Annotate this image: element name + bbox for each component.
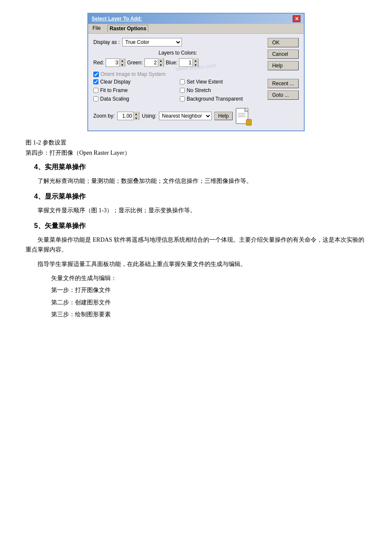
red-down[interactable]: ▼ (119, 63, 125, 67)
zoom-help-button[interactable]: Help (214, 112, 233, 120)
dialog-main: Display as : True Color Grayscale Pseudo… (93, 38, 299, 126)
background-transparent-row: Background Transparent (180, 96, 262, 102)
green-spinbox[interactable]: 2 ▲ ▼ (144, 58, 164, 67)
para-vector1: 矢量菜单操作功能是 ERDAS 软件将遥感与地理信息系统相结合的一个体现。主要介… (26, 235, 366, 255)
no-stretch-row: No Stretch (180, 87, 262, 93)
help-button[interactable]: Help (268, 61, 299, 70)
svg-rect-2 (246, 119, 251, 125)
dialog-menubar: File Raster Options (88, 24, 304, 34)
green-up[interactable]: ▲ (158, 58, 164, 63)
display-as-select[interactable]: True Color Grayscale Pseudo Color (122, 38, 182, 46)
dialog-wrapper: Select Layer To Add: ✕ File Raster Optio… (26, 13, 366, 131)
zoom-spinbox[interactable]: 1.00 ▲ ▼ (117, 112, 139, 120)
red-label: Red: (93, 60, 104, 66)
goto-button[interactable]: Goto ... (268, 90, 299, 100)
zoom-input[interactable]: 1.00 (118, 112, 133, 120)
zoom-method-select[interactable]: Nearest Neighbor Bilinear Cubic Convolut… (159, 112, 212, 120)
file-icon (235, 107, 252, 126)
blue-arrows: ▲ ▼ (192, 58, 198, 67)
green-label: Green: (127, 60, 143, 66)
recent-button[interactable]: Recent ... (268, 79, 299, 88)
para-util: 了解光标查询功能；量测功能；数据叠加功能；文件信息操作；三维图像操作等。 (26, 176, 366, 186)
para-vector2: 指导学生掌握适量工具面板功能，在此基础上重点掌握矢量文件的生成与编辑。 (26, 259, 366, 269)
green-down[interactable]: ▼ (158, 63, 164, 67)
dialog-body: Display as : True Color Grayscale Pseudo… (88, 34, 304, 130)
orient-label: Orient Image to Map System (101, 71, 166, 77)
clear-display-checkbox[interactable] (93, 79, 98, 84)
fit-to-frame-row: Fit to Frame (93, 87, 176, 93)
display-as-row: Display as : True Color Grayscale Pseudo… (93, 38, 262, 46)
set-view-extent-row: Set View Extent (180, 79, 262, 85)
section5-vector-heading: 5、矢量菜单操作 (34, 222, 366, 231)
section4-util-heading: 4、实用菜单操作 (34, 163, 366, 172)
para-display: 掌握文件显示顺序（图 1-3）；显示比例；显示变换操作等。 (26, 205, 366, 216)
zoom-down[interactable]: ▼ (133, 116, 139, 120)
red-spinbox[interactable]: 3 ▲ ▼ (106, 58, 125, 67)
set-view-extent-label: Set View Extent (187, 79, 223, 85)
blue-up[interactable]: ▲ (193, 58, 198, 63)
blue-spinbox[interactable]: 1 ▲ ▼ (179, 58, 199, 67)
cancel-button[interactable]: Cancel (268, 49, 299, 59)
set-view-extent-checkbox[interactable] (180, 79, 185, 84)
zoom-row: Zoom by: 1.00 ▲ ▼ Using: Nearest Neighbo… (93, 106, 262, 126)
vector-step-2: 第二步：创建图形文件 (51, 298, 366, 307)
dialog-title: Select Layer To Add: (92, 16, 142, 22)
dialog-right-buttons: OK Cancel Help Recent ... Goto ... (268, 38, 299, 126)
clear-display-label: Clear Display (100, 79, 130, 85)
fit-to-frame-checkbox[interactable] (93, 88, 98, 93)
close-button[interactable]: ✕ (293, 15, 300, 22)
data-scaling-row: Data Scaling (93, 96, 176, 102)
layers-to-colors-label: Layers to Colors: (93, 50, 262, 56)
red-arrows: ▲ ▼ (119, 58, 125, 67)
red-up[interactable]: ▲ (119, 58, 125, 63)
fit-to-frame-label: Fit to Frame (100, 87, 128, 93)
step4-text: 第四步：打开图像（Open Raster Layer） (26, 149, 366, 157)
dialog-titlebar: Select Layer To Add: ✕ (88, 14, 304, 24)
vector-step-3: 第三步：绘制图形要素 (51, 310, 366, 319)
background-transparent-checkbox[interactable] (180, 96, 185, 101)
orient-checkbox[interactable] (93, 72, 99, 77)
zoom-arrows: ▲ ▼ (133, 112, 139, 120)
dialog-left: Display as : True Color Grayscale Pseudo… (93, 38, 262, 126)
green-input[interactable]: 2 (145, 59, 158, 66)
select-layer-dialog: Select Layer To Add: ✕ File Raster Optio… (87, 13, 305, 131)
using-label: Using: (142, 113, 156, 119)
vector-list-header: 矢量文件的生成与编辑： (51, 274, 366, 283)
no-stretch-label: No Stretch (187, 87, 211, 93)
data-scaling-checkbox[interactable] (93, 96, 98, 101)
blue-down[interactable]: ▼ (193, 63, 198, 67)
section4-display-heading: 4、显示菜单操作 (34, 192, 366, 201)
no-stretch-checkbox[interactable] (180, 88, 185, 93)
zoom-label: Zoom by: (93, 113, 115, 119)
blue-label: Blue: (166, 60, 177, 66)
red-input[interactable]: 3 (106, 59, 119, 66)
menu-file[interactable]: File (91, 25, 102, 32)
data-scaling-label: Data Scaling (100, 96, 129, 102)
background-transparent-label: Background Transparent (187, 96, 242, 102)
clear-display-row: Clear Display (93, 79, 176, 85)
channel-row: Red: 3 ▲ ▼ Green: 2 ▲ (93, 58, 262, 67)
display-as-label: Display as : (93, 39, 120, 45)
vector-step-1: 第一步：打开图像文件 (51, 286, 366, 295)
orient-row: Orient Image to Map System (93, 71, 262, 77)
menu-raster-options[interactable]: Raster Options (107, 25, 148, 32)
ok-button[interactable]: OK (268, 38, 299, 47)
figure-caption: 图 1-2 参数设置 (26, 139, 366, 147)
blue-input[interactable]: 1 (179, 59, 192, 66)
green-arrows: ▲ ▼ (158, 58, 164, 67)
checkboxes-grid: Clear Display Set View Extent Fit to Fra… (93, 79, 262, 103)
zoom-up[interactable]: ▲ (133, 112, 139, 116)
